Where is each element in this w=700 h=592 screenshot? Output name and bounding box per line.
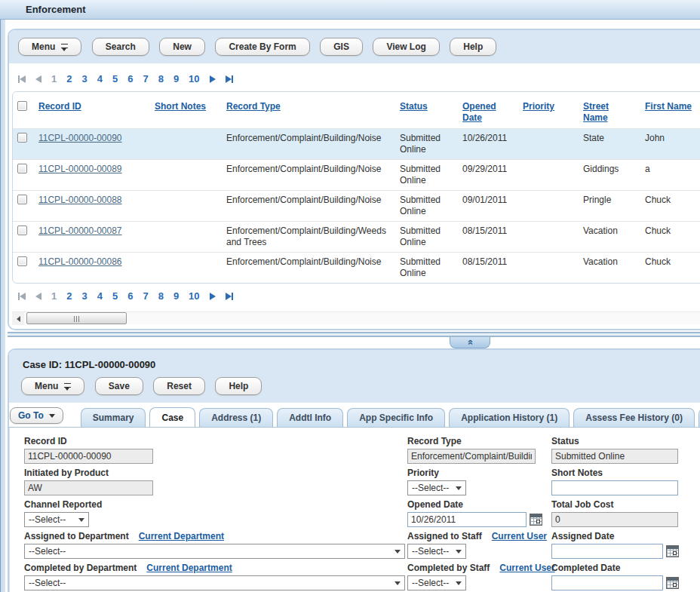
calendar-icon[interactable] <box>666 545 679 557</box>
sort-first-name[interactable]: First Name <box>645 101 692 112</box>
channel-reported-select[interactable]: --Select-- <box>24 512 89 527</box>
menu-button[interactable]: Menu <box>21 377 84 395</box>
record-link[interactable]: 11CPL-00000-00090 <box>38 133 122 143</box>
page-number[interactable]: 7 <box>143 73 148 84</box>
total-job-cost-field <box>551 512 678 527</box>
page-number[interactable]: 3 <box>81 73 87 84</box>
priority-select[interactable]: --Select-- <box>407 480 466 495</box>
select-arrow-icon <box>456 486 462 490</box>
page-number[interactable]: 9 <box>173 73 179 84</box>
new-button[interactable]: New <box>159 38 205 56</box>
prev-page-icon[interactable] <box>35 293 41 300</box>
first-page-icon[interactable] <box>18 75 26 83</box>
goto-button[interactable]: Go To <box>10 407 63 424</box>
tab-assess-fee-history[interactable]: Assess Fee History (0) <box>573 408 695 427</box>
tab-addtl-info[interactable]: Addtl Info <box>277 408 343 427</box>
opened-date-field[interactable] <box>407 512 527 527</box>
scroll-left-arrow-icon[interactable] <box>12 312 24 325</box>
next-page-icon[interactable] <box>210 293 216 300</box>
create-by-form-button[interactable]: Create By Form <box>215 38 309 56</box>
table-row[interactable]: 11CPL-00000-00088 Enforcement/Complaint/… <box>13 191 700 222</box>
calendar-icon[interactable] <box>666 577 679 589</box>
page-number[interactable]: 2 <box>66 73 72 84</box>
record-link[interactable]: 11CPL-00000-00088 <box>38 195 122 205</box>
current-user-link[interactable]: Current User <box>499 563 554 573</box>
completed-date-field[interactable] <box>551 575 663 590</box>
prev-page-icon[interactable] <box>35 75 41 83</box>
assigned-date-field[interactable] <box>551 544 663 559</box>
page-number[interactable]: 5 <box>112 290 118 302</box>
current-department-link[interactable]: Current Department <box>146 563 232 573</box>
sort-opened-date[interactable]: Opened Date <box>462 101 496 123</box>
opened-date-label: Opened Date <box>407 499 463 510</box>
row-checkbox[interactable] <box>17 225 27 235</box>
row-checkbox[interactable] <box>17 133 27 143</box>
cell-street-name: Pringle <box>579 191 640 222</box>
row-checkbox[interactable] <box>17 256 27 266</box>
assigned-to-department-select[interactable]: --Select-- <box>24 544 405 559</box>
row-checkbox[interactable] <box>17 195 27 204</box>
sort-street-name[interactable]: Street Name <box>583 101 609 123</box>
horizontal-scrollbar[interactable] <box>12 311 700 324</box>
sort-short-notes[interactable]: Short Notes <box>155 101 206 112</box>
tab-application-history[interactable]: Application History (1) <box>449 408 570 427</box>
search-button[interactable]: Search <box>92 38 149 56</box>
save-button[interactable]: Save <box>95 377 143 395</box>
tab-app-specific-info[interactable]: App Specific Info <box>347 408 445 427</box>
page-number[interactable]: 10 <box>189 290 199 302</box>
page-number[interactable]: 8 <box>158 290 164 302</box>
sort-record-id[interactable]: Record ID <box>38 101 81 112</box>
view-log-button[interactable]: View Log <box>373 38 439 56</box>
page-number[interactable]: 10 <box>189 73 199 84</box>
select-all-checkbox[interactable] <box>17 101 27 111</box>
scrollbar-thumb[interactable] <box>26 312 127 324</box>
select-value: --Select-- <box>412 483 449 493</box>
short-notes-field[interactable] <box>551 480 678 495</box>
cell-status: Submitted Online <box>395 222 458 253</box>
row-checkbox[interactable] <box>17 164 27 173</box>
cell-status: Submitted Online <box>395 129 458 160</box>
menu-button[interactable]: Menu <box>18 38 81 56</box>
current-user-link[interactable]: Current User <box>492 531 547 541</box>
first-page-icon[interactable] <box>18 293 26 300</box>
page-number[interactable]: 7 <box>143 290 148 302</box>
page-number[interactable]: 2 <box>66 290 72 302</box>
last-page-icon[interactable] <box>226 75 233 83</box>
gis-button[interactable]: GIS <box>320 38 363 56</box>
page-number[interactable]: 4 <box>97 290 103 302</box>
record-list-toolbar: Menu Search New Create By Form GIS View … <box>9 30 700 63</box>
page-number[interactable]: 3 <box>81 290 87 302</box>
page-number[interactable]: 5 <box>112 73 118 84</box>
assigned-to-staff-select[interactable]: --Select-- <box>407 544 466 559</box>
page-number[interactable]: 9 <box>173 290 179 302</box>
table-row[interactable]: 11CPL-00000-00090 Enforcement/Complaint/… <box>13 129 700 160</box>
record-link[interactable]: 11CPL-00000-00086 <box>38 256 122 267</box>
completed-by-staff-select[interactable]: --Select-- <box>407 575 466 590</box>
record-link[interactable]: 11CPL-00000-00087 <box>38 225 122 236</box>
page-number[interactable]: 4 <box>97 73 103 84</box>
reset-button[interactable]: Reset <box>153 377 205 395</box>
record-link[interactable]: 11CPL-00000-00089 <box>38 164 122 174</box>
completed-by-department-select[interactable]: --Select-- <box>24 575 405 590</box>
tab-address[interactable]: Address (1) <box>199 408 273 427</box>
current-department-link[interactable]: Current Department <box>139 531 224 541</box>
collapse-panel-button[interactable]: » <box>450 337 490 348</box>
next-page-icon[interactable] <box>210 75 216 83</box>
sort-priority[interactable]: Priority <box>523 101 554 112</box>
help-button[interactable]: Help <box>450 38 496 56</box>
last-page-icon[interactable] <box>226 293 233 300</box>
sort-status[interactable]: Status <box>400 101 428 112</box>
table-row[interactable]: 11CPL-00000-00086 Enforcement/Complaint/… <box>13 253 700 284</box>
page-number[interactable]: 8 <box>158 73 164 84</box>
page-number[interactable]: 6 <box>127 73 133 84</box>
page-number[interactable]: 6 <box>127 290 133 302</box>
sort-record-type[interactable]: Record Type <box>226 101 281 112</box>
help-button[interactable]: Help <box>215 377 262 395</box>
cell-priority <box>518 160 579 191</box>
tab-summary[interactable]: Summary <box>81 408 146 427</box>
table-row[interactable]: 11CPL-00000-00087 Enforcement/Complaint/… <box>13 222 700 253</box>
table-row[interactable]: 11CPL-00000-00089 Enforcement/Complaint/… <box>13 160 700 191</box>
tab-case[interactable]: Case <box>149 407 195 428</box>
calendar-icon[interactable] <box>530 514 542 526</box>
pagination-top: 1 2 3 4 5 6 7 8 9 10 <box>12 66 700 91</box>
